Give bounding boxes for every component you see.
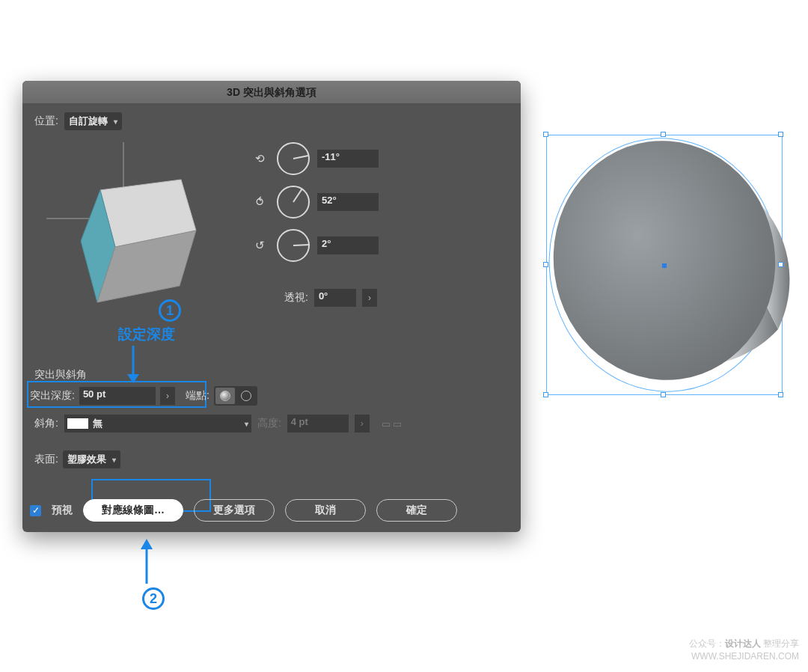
extrude-depth-input[interactable]: 50 pt (79, 387, 156, 405)
rotate-y-icon: ⥀ (250, 195, 269, 209)
dial-x[interactable] (277, 142, 310, 175)
dial-z[interactable] (277, 229, 310, 262)
ok-button[interactable]: 確定 (376, 499, 457, 522)
position-value: 自訂旋轉 (69, 114, 108, 128)
rotation-z-input[interactable]: 2° (317, 236, 379, 254)
cap-label: 端點: (186, 389, 209, 403)
cap-switch (214, 386, 257, 406)
bevel-swatch-icon (67, 418, 88, 429)
dialog-body: 位置: 自訂旋轉 ▾ ⟲ (22, 103, 521, 331)
wm-name: 设计达人 (725, 638, 761, 649)
bevel-height-stepper: › (355, 415, 370, 433)
handle-top-right[interactable] (778, 132, 783, 137)
handle-mid-right[interactable] (778, 262, 783, 267)
bevel-height-label: 高度: (257, 417, 281, 430)
extrude-depth-stepper[interactable]: › (160, 387, 175, 405)
svg-line-6 (293, 189, 302, 202)
handle-top-left[interactable] (543, 132, 548, 137)
cap-hollow-icon (241, 391, 251, 401)
handle-mid-left[interactable] (543, 262, 548, 267)
perspective-row: 透視: 0° › (284, 289, 377, 307)
extrude-depth-label: 突出深度: (30, 389, 75, 403)
chevron-down-icon: ▾ (112, 456, 116, 464)
annotation-arrow-1 (118, 344, 148, 385)
axis-y-row: ⥀ 52° (250, 186, 459, 219)
cancel-button[interactable]: 取消 (285, 499, 366, 522)
surface-label: 表面: (34, 453, 58, 466)
svg-marker-11 (141, 539, 153, 549)
perspective-input[interactable]: 0° (314, 289, 356, 307)
cap-on-button[interactable] (215, 388, 235, 404)
bevel-height-input: 4 pt (287, 415, 349, 433)
chevron-down-icon: ▾ (245, 420, 248, 428)
bevel-label: 斜角: (34, 417, 58, 430)
axis-x-row: ⟲ -11° (250, 142, 459, 175)
cube-preview[interactable] (37, 136, 209, 316)
canvas-preview (539, 127, 793, 404)
surface-value: 塑膠效果 (67, 453, 106, 466)
svg-line-7 (293, 245, 310, 245)
dialog-3d-extrude: 3D 突出與斜角選項 位置: 自訂旋轉 ▾ (22, 81, 521, 532)
preview-label: 預視 (52, 504, 73, 517)
position-label: 位置: (34, 114, 58, 128)
annotation-arrow-2 (132, 537, 162, 585)
rotation-area: ⟲ -11° ⥀ 52° ↺ (34, 136, 509, 331)
position-select[interactable]: 自訂旋轉 ▾ (64, 112, 122, 130)
rotate-x-icon: ⟲ (250, 152, 269, 165)
svg-line-5 (293, 156, 308, 159)
rotation-x-input[interactable]: -11° (317, 150, 379, 168)
wm-url: WWW.SHEJIDAREN.COM (689, 650, 799, 663)
rotation-y-input[interactable]: 52° (317, 193, 379, 211)
axis-controls: ⟲ -11° ⥀ 52° ↺ (250, 142, 459, 272)
chevron-down-icon: ▾ (114, 117, 117, 126)
bevel-dir-icons: ▭ ▭ (382, 418, 403, 430)
axis-z-row: ↺ 2° (250, 229, 459, 262)
perspective-stepper[interactable]: › (362, 289, 377, 307)
rotate-z-icon: ↺ (250, 239, 269, 252)
handle-bot-right[interactable] (778, 392, 783, 397)
dial-y[interactable] (277, 186, 310, 219)
extrude-row: 突出深度: 50 pt › 端點: (30, 386, 257, 406)
cap-off-button[interactable] (236, 388, 256, 404)
map-art-button[interactable]: 對應線條圖… (83, 499, 183, 522)
handle-bot-left[interactable] (543, 392, 548, 397)
handle-top-mid[interactable] (661, 132, 666, 137)
handle-bot-mid[interactable] (661, 392, 666, 397)
surface-select[interactable]: 塑膠效果 ▾ (63, 450, 120, 468)
wm-suffix: 整理分享 (761, 638, 799, 649)
bevel-row: 斜角: 無 ▾ 高度: 4 pt › ▭ ▭ (34, 415, 498, 433)
watermark: 公众号：设计达人 整理分享 WWW.SHEJIDAREN.COM (689, 638, 799, 663)
dialog-title: 3D 突出與斜角選項 (22, 81, 521, 103)
annotation-step1-badge: 1 (159, 299, 181, 322)
perspective-label: 透視: (284, 291, 308, 305)
more-options-button[interactable]: 更多選項 (194, 499, 275, 522)
surface-row: 表面: 塑膠效果 ▾ (34, 450, 120, 468)
cap-solid-icon (220, 391, 230, 401)
preview-checkbox[interactable]: ✓ (30, 505, 41, 516)
position-row: 位置: 自訂旋轉 ▾ (34, 112, 509, 130)
annotation-step2-badge: 2 (142, 587, 165, 610)
extrude-section-title: 突出與斜角 (34, 368, 87, 382)
selection-center-point[interactable] (662, 263, 667, 268)
annotation-step1-text: 設定深度 (118, 325, 175, 344)
wm-prefix: 公众号： (689, 638, 725, 649)
svg-point-12 (539, 127, 791, 394)
dialog-button-row: ✓ 預視 對應線條圖… 更多選項 取消 確定 (30, 499, 513, 522)
bevel-value: 無 (93, 417, 102, 430)
bevel-select[interactable]: 無 ▾ (64, 415, 251, 433)
